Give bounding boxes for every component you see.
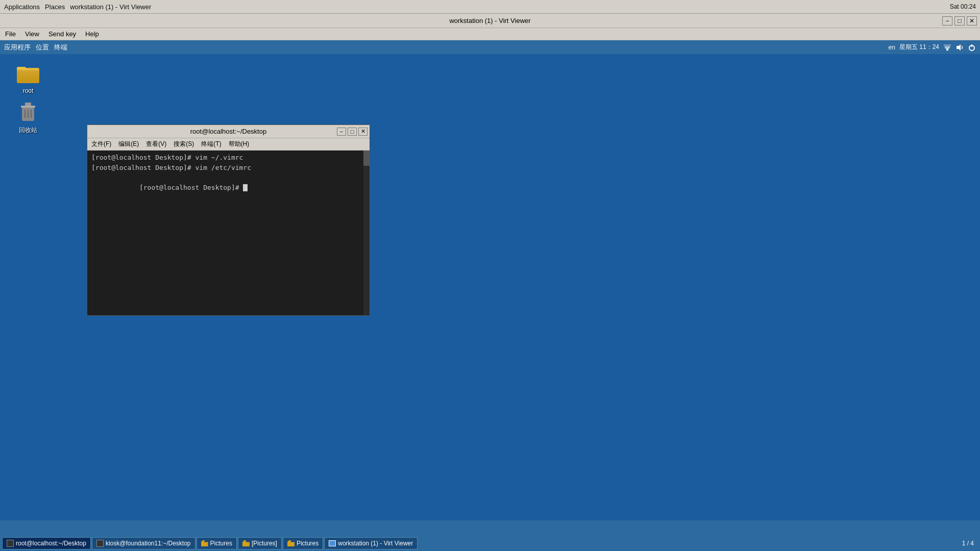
host-taskbar-item-5[interactable]: workstation (1) - Virt Viewer — [324, 537, 418, 549]
guest-datetime: 星期五 11：24 — [899, 43, 939, 52]
host-taskbar-right: 1 / 4 — [962, 540, 978, 547]
svg-rect-10 — [25, 103, 31, 106]
host-taskbar: root@localhost:~/Desktop kiosk@foundatio… — [0, 536, 980, 551]
host-taskbar-item-1[interactable]: kiosk@foundation11:~/Desktop — [92, 537, 195, 549]
terminal-menu-file[interactable]: 文件(F) — [89, 139, 113, 149]
guest-panel-right: en 星期五 11：24 — [889, 43, 976, 52]
virt-viewer-title: workstation (1) - Virt Viewer — [449, 17, 530, 24]
terminal-menu-edit[interactable]: 编辑(E) — [116, 139, 141, 149]
host-taskbar-item-0[interactable]: root@localhost:~/Desktop — [2, 537, 91, 549]
host-taskbar-label-1: kiosk@foundation11:~/Desktop — [106, 540, 191, 547]
virt-viewer-maximize-button[interactable]: □ — [954, 16, 965, 26]
host-taskbar-label-2: Pictures — [210, 540, 232, 547]
host-taskbar-label-0: root@localhost:~/Desktop — [16, 540, 86, 547]
terminal-content[interactable]: [root@localhost Desktop]# vim ~/.vimrc [… — [87, 151, 370, 315]
host-places-menu[interactable]: Places — [45, 3, 65, 11]
folder-icon — [16, 61, 40, 85]
guest-top-panel: 应用程序 位置 终端 en 星期五 11：24 — [0, 40, 980, 54]
svg-marker-3 — [957, 44, 961, 51]
guest-apps-menu[interactable]: 应用程序 — [4, 43, 31, 52]
desktop-icons: root 回收站 — [10, 61, 46, 135]
folder-icon-sm-2 — [201, 540, 208, 546]
host-applications-menu[interactable]: Applications — [4, 3, 40, 11]
desktop-icon-root[interactable]: root — [10, 61, 46, 94]
svg-rect-7 — [17, 68, 39, 83]
guest-places-menu[interactable]: 位置 — [36, 43, 49, 52]
terminal-cursor — [243, 184, 248, 191]
guest-taskbar — [0, 520, 980, 536]
desktop-icon-trash[interactable]: 回收站 — [10, 99, 46, 135]
virt-viewer-menu-view[interactable]: View — [22, 29, 42, 39]
virt-viewer-menubar: File View Send key Help — [0, 28, 980, 40]
terminal-maximize-button[interactable]: □ — [348, 128, 357, 136]
virt-viewer-menu-file[interactable]: File — [2, 29, 19, 39]
terminal-menu-terminal[interactable]: 终端(T) — [199, 139, 223, 149]
host-taskbar-label-5: workstation (1) - Virt Viewer — [338, 540, 413, 547]
folder-icon-sm-4 — [287, 540, 295, 546]
svg-rect-1 — [945, 46, 950, 48]
svg-rect-0 — [946, 48, 948, 51]
host-panel: Applications Places workstation (1) - Vi… — [0, 0, 980, 14]
terminal-menu-help[interactable]: 帮助(H) — [227, 139, 252, 149]
terminal-menubar: 文件(F) 编辑(E) 查看(V) 搜索(S) 终端(T) 帮助(H) — [87, 138, 370, 151]
terminal-window[interactable]: root@localhost:~/Desktop − □ ✕ 文件(F) 编辑(… — [87, 124, 370, 316]
folder-icon-sm-3 — [242, 540, 250, 546]
terminal-line-3: [root@localhost Desktop]# — [91, 172, 365, 203]
virt-viewer-minimize-button[interactable]: − — [942, 16, 952, 26]
svg-rect-2 — [944, 44, 951, 46]
terminal-title: root@localhost:~/Desktop — [190, 128, 266, 135]
terminal-minimize-button[interactable]: − — [337, 128, 346, 136]
terminal-line-1: [root@localhost Desktop]# vim ~/.vimrc — [91, 153, 365, 163]
terminal-scrollbar-thumb[interactable] — [363, 151, 370, 166]
terminal-window-buttons: − □ ✕ — [337, 128, 368, 136]
guest-terminal-menu[interactable]: 终端 — [54, 43, 67, 52]
virt-viewer-window: workstation (1) - Virt Viewer − □ ✕ File… — [0, 14, 980, 536]
virt-viewer-window-buttons: − □ ✕ — [942, 16, 977, 26]
host-taskbar-item-3[interactable]: [Pictures] — [238, 537, 282, 549]
virt-viewer-menu-help[interactable]: Help — [82, 29, 102, 39]
terminal-menu-search[interactable]: 搜索(S) — [172, 139, 196, 149]
guest-lang: en — [889, 44, 895, 51]
vm-icon-sm — [329, 540, 336, 546]
desktop-icon-trash-label: 回收站 — [19, 126, 37, 135]
host-taskbar-item-4[interactable]: Pictures — [283, 537, 323, 549]
terminal-icon-sm — [7, 540, 14, 547]
trash-icon — [16, 99, 40, 124]
volume-icon — [955, 43, 964, 52]
host-panel-left: Applications Places workstation (1) - Vi… — [4, 3, 151, 11]
power-icon[interactable] — [968, 43, 976, 52]
network-icon — [943, 43, 951, 52]
virt-viewer-close-button[interactable]: ✕ — [967, 16, 977, 26]
terminal-icon-sm-1 — [96, 540, 104, 547]
host-window-title-in-panel[interactable]: workstation (1) - Virt Viewer — [70, 3, 151, 11]
svg-rect-9 — [21, 106, 35, 108]
terminal-close-button[interactable]: ✕ — [358, 128, 368, 136]
guest-panel-left: 应用程序 位置 终端 — [4, 43, 67, 52]
virt-viewer-menu-sendkey[interactable]: Send key — [45, 29, 79, 39]
host-taskbar-label-3: [Pictures] — [252, 540, 277, 547]
desktop-icon-root-label: root — [23, 87, 34, 94]
host-panel-right: Sat 00:24 — [950, 3, 976, 10]
terminal-titlebar: root@localhost:~/Desktop − □ ✕ — [87, 125, 370, 138]
virt-viewer-titlebar: workstation (1) - Virt Viewer − □ ✕ — [0, 14, 980, 28]
terminal-line-2: [root@localhost Desktop]# vim /etc/vimrc — [91, 163, 365, 173]
terminal-menu-view[interactable]: 查看(V) — [144, 139, 168, 149]
terminal-scrollbar[interactable] — [363, 151, 370, 315]
host-taskbar-item-2[interactable]: Pictures — [197, 537, 237, 549]
host-taskbar-label-4: Pictures — [297, 540, 318, 547]
vm-display-area[interactable]: 应用程序 位置 终端 en 星期五 11：24 — [0, 40, 980, 536]
